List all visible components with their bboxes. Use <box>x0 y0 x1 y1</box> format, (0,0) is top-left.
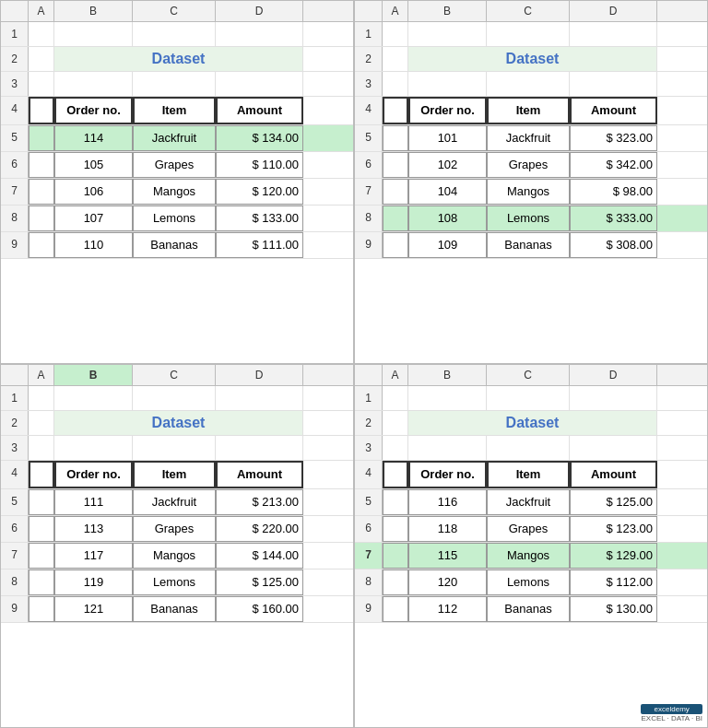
cell-5-b[interactable]: 114 <box>54 125 133 151</box>
row-header-9[interactable]: 9 <box>355 232 383 258</box>
cell-6-d[interactable]: $ 110.00 <box>216 152 303 178</box>
cell-9-b[interactable]: 112 <box>408 596 487 622</box>
row-header-3[interactable]: 3 <box>1 436 29 460</box>
cell-3-c[interactable] <box>487 436 570 460</box>
cell-6-a[interactable] <box>383 516 408 542</box>
cell-3-d[interactable] <box>570 436 657 460</box>
cell-7-c[interactable]: Mangos <box>133 543 216 569</box>
cell-9-a[interactable] <box>29 596 54 622</box>
row-header-6[interactable]: 6 <box>355 516 383 542</box>
col-header-C[interactable]: C <box>133 365 216 385</box>
row-header-7[interactable]: 7 <box>1 179 29 205</box>
cell-3-a[interactable] <box>383 72 408 96</box>
cell-6-b[interactable]: 113 <box>54 516 133 542</box>
row-header-2[interactable]: 2 <box>355 47 383 71</box>
cell-9-a[interactable] <box>383 596 408 622</box>
col-header-C[interactable]: C <box>133 1 216 21</box>
col-header-B[interactable]: B <box>54 1 133 21</box>
cell-6-d[interactable]: $ 220.00 <box>216 516 303 542</box>
cell-7-b[interactable]: 104 <box>408 179 487 205</box>
cell-8-b[interactable]: 119 <box>54 569 133 595</box>
cell-4-a[interactable] <box>29 97 54 124</box>
row-header-5[interactable]: 5 <box>355 125 383 151</box>
cell-6-d[interactable]: $ 123.00 <box>570 516 657 542</box>
row-header-5[interactable]: 5 <box>1 125 29 151</box>
cell-9-b[interactable]: 121 <box>54 596 133 622</box>
cell-8-d[interactable]: $ 333.00 <box>570 205 657 231</box>
cell-2-a[interactable] <box>29 411 54 435</box>
cell-8-d[interactable]: $ 125.00 <box>216 569 303 595</box>
col-header-C[interactable]: C <box>487 1 570 21</box>
cell-1-d[interactable] <box>570 386 657 410</box>
cell-5-c[interactable]: Jackfruit <box>487 489 570 515</box>
cell-7-a[interactable] <box>383 179 408 205</box>
row-header-6[interactable]: 6 <box>1 516 29 542</box>
cell-1-b[interactable] <box>54 22 133 46</box>
cell-9-c[interactable]: Bananas <box>133 232 216 258</box>
row-header-6[interactable]: 6 <box>1 152 29 178</box>
cell-2-a[interactable] <box>383 47 408 71</box>
cell-2-a[interactable] <box>29 47 54 71</box>
col-header-D[interactable]: D <box>570 365 657 385</box>
cell-8-c[interactable]: Lemons <box>133 205 216 231</box>
cell-1-c[interactable] <box>133 386 216 410</box>
cell-9-d[interactable]: $ 160.00 <box>216 596 303 622</box>
row-header-9[interactable]: 9 <box>1 596 29 622</box>
row-header-4[interactable]: 4 <box>355 97 383 124</box>
col-header-A[interactable]: A <box>383 1 408 21</box>
cell-8-d[interactable]: $ 112.00 <box>570 569 657 595</box>
cell-9-b[interactable]: 110 <box>54 232 133 258</box>
row-header-6[interactable]: 6 <box>355 152 383 178</box>
cell-5-a[interactable] <box>29 489 54 515</box>
cell-2-a[interactable] <box>383 411 408 435</box>
cell-5-d[interactable]: $ 125.00 <box>570 489 657 515</box>
cell-8-a[interactable] <box>29 205 54 231</box>
row-header-2[interactable]: 2 <box>355 411 383 435</box>
cell-8-b[interactable]: 120 <box>408 569 487 595</box>
col-header-B[interactable]: B <box>408 365 487 385</box>
cell-3-b[interactable] <box>408 72 487 96</box>
row-header-1[interactable]: 1 <box>1 22 29 46</box>
cell-4-a[interactable] <box>383 461 408 488</box>
row-header-2[interactable]: 2 <box>1 411 29 435</box>
cell-3-b[interactable] <box>408 436 487 460</box>
cell-1-d[interactable] <box>216 386 303 410</box>
cell-7-b[interactable]: 117 <box>54 543 133 569</box>
cell-8-c[interactable]: Lemons <box>133 569 216 595</box>
cell-7-d[interactable]: $ 144.00 <box>216 543 303 569</box>
cell-1-a[interactable] <box>29 22 54 46</box>
cell-9-d[interactable]: $ 308.00 <box>570 232 657 258</box>
row-header-9[interactable]: 9 <box>1 232 29 258</box>
row-header-3[interactable]: 3 <box>355 436 383 460</box>
row-header-7[interactable]: 7 <box>1 543 29 569</box>
row-header-5[interactable]: 5 <box>1 489 29 515</box>
cell-3-b[interactable] <box>54 72 133 96</box>
cell-6-a[interactable] <box>29 152 54 178</box>
col-header-B[interactable]: B <box>408 1 487 21</box>
cell-3-d[interactable] <box>216 436 303 460</box>
cell-1-b[interactable] <box>408 22 487 46</box>
cell-4-a[interactable] <box>383 97 408 124</box>
cell-6-d[interactable]: $ 342.00 <box>570 152 657 178</box>
cell-6-c[interactable]: Grapes <box>487 516 570 542</box>
cell-5-d[interactable]: $ 213.00 <box>216 489 303 515</box>
row-header-3[interactable]: 3 <box>1 72 29 96</box>
cell-9-b[interactable]: 109 <box>408 232 487 258</box>
cell-5-d[interactable]: $ 323.00 <box>570 125 657 151</box>
cell-9-d[interactable]: $ 111.00 <box>216 232 303 258</box>
cell-7-b[interactable]: 106 <box>54 179 133 205</box>
cell-5-d[interactable]: $ 134.00 <box>216 125 303 151</box>
cell-7-c[interactable]: Mangos <box>487 179 570 205</box>
cell-9-a[interactable] <box>29 232 54 258</box>
cell-1-d[interactable] <box>570 22 657 46</box>
cell-3-a[interactable] <box>29 436 54 460</box>
cell-8-b[interactable]: 107 <box>54 205 133 231</box>
cell-1-c[interactable] <box>133 22 216 46</box>
row-header-4[interactable]: 4 <box>1 97 29 124</box>
row-header-1[interactable]: 1 <box>355 386 383 410</box>
cell-7-a[interactable] <box>383 543 408 569</box>
col-header-B[interactable]: B <box>54 365 133 385</box>
row-header-7[interactable]: 7 <box>355 179 383 205</box>
row-header-7[interactable]: 7 <box>355 543 383 569</box>
cell-1-a[interactable] <box>29 386 54 410</box>
